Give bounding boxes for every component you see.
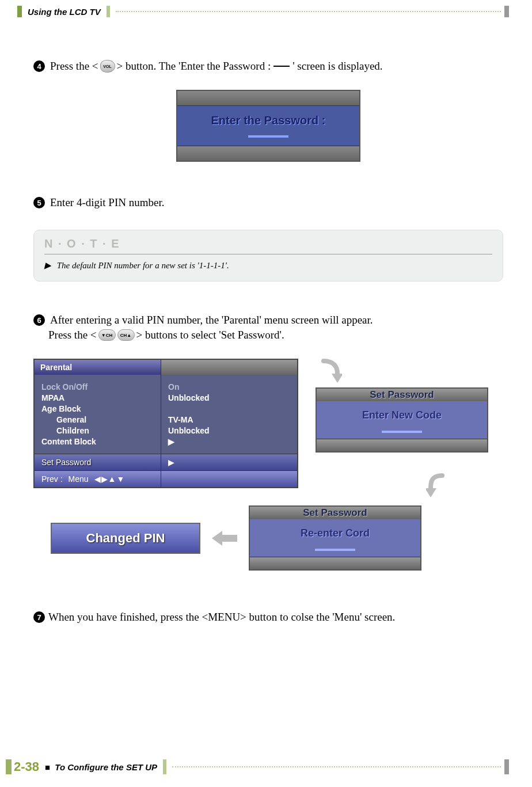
parental-titlebar: Parental <box>35 360 297 375</box>
menu-label: Menu <box>69 474 89 484</box>
val-mpaa: Unblocked <box>168 393 290 402</box>
osd-sp1-label: Enter New Code <box>317 409 487 421</box>
parental-prevbar: Prev : Menu ◀▶▲▼ <box>35 470 297 487</box>
osd-set-password-1: Set Password Enter New Code <box>316 387 488 453</box>
step-5: 5 Enter 4-digit PIN number. <box>33 196 503 209</box>
note-bullet-icon: ▶ <box>44 261 51 270</box>
step-7-number: 7 <box>33 611 45 623</box>
step-4: 4 Press the < VOL > button. The 'Enter t… <box>33 60 503 73</box>
osd-bottom-bar <box>177 146 359 161</box>
val-children: Unblocked <box>168 426 290 435</box>
note-body-text: The default PIN number for a new set is … <box>57 261 229 270</box>
footer-tick <box>163 759 166 774</box>
mi-age: Age Block <box>41 404 154 413</box>
menus-flow-row-1: Parental Lock On/Off MPAA Age Block Gene… <box>33 359 503 488</box>
parental-menu: Parental Lock On/Off MPAA Age Block Gene… <box>33 359 298 488</box>
header-dots <box>116 11 501 12</box>
osd-enter-password: Enter the Password : <box>176 90 360 162</box>
step-6-line1: After entering a valid PIN number, the '… <box>50 314 373 326</box>
left-arrow-icon <box>212 530 237 547</box>
osd-sp2-slot <box>315 549 355 551</box>
prev-label: Prev : <box>41 474 63 484</box>
page-footer: 2-38 ■ To Configure the SET UP <box>0 759 532 774</box>
flow-right-col: Set Password Enter New Code <box>316 359 488 453</box>
val-setpwd: ▶ <box>161 454 297 470</box>
step-6: 6 After entering a valid PIN number, the… <box>33 314 503 341</box>
osd-set-password-2: Set Password Re-enter Cord <box>249 505 421 571</box>
header-end <box>504 6 509 17</box>
mi-content: Content Block <box>41 437 154 446</box>
blank-dash-icon <box>273 66 290 67</box>
osd-sp1-foot <box>317 439 487 451</box>
mi-general: General <box>41 415 154 424</box>
val-lock: On <box>168 382 290 391</box>
ch-up-icon: CH▲ <box>117 329 135 341</box>
step-5-number: 5 <box>33 197 45 208</box>
osd-sp1-slot <box>382 431 422 433</box>
footer-section: ■ To Configure the SET UP <box>45 762 157 772</box>
curved-arrow-icon-2 <box>426 473 447 499</box>
header-tick <box>107 6 110 17</box>
page-header: Using the LCD TV <box>17 6 509 17</box>
section-title: Using the LCD TV <box>22 7 107 17</box>
footer-section-text: To Configure the SET UP <box>55 762 157 772</box>
parental-title: Parental <box>35 360 161 375</box>
footer-square-icon: ■ <box>45 762 50 772</box>
val-age-blank <box>168 404 290 413</box>
step-5-text: Enter 4-digit PIN number. <box>50 196 164 209</box>
step-6-line2a: Press the < <box>48 329 97 341</box>
mi-lock: Lock On/Off <box>41 382 154 391</box>
mi-setpwd-row: Set Password ▶ <box>35 454 297 470</box>
osd-input-slot <box>248 135 288 138</box>
menus-flow-row-2: Changed PIN Set Password Re-enter Cord <box>33 505 503 571</box>
nav-arrows-icon: ◀▶▲▼ <box>94 474 126 484</box>
svg-marker-1 <box>212 531 237 546</box>
mi-mpaa: MPAA <box>41 393 154 402</box>
changed-pin-banner: Changed PIN <box>51 523 200 554</box>
osd-sp2-title: Set Password <box>250 507 420 519</box>
svg-marker-2 <box>426 488 436 497</box>
step-6-number: 6 <box>33 314 45 326</box>
note-header: N · O · T · E <box>44 237 492 254</box>
footer-accent <box>6 759 12 774</box>
vol-up-icon: VOL <box>100 60 115 73</box>
osd-sp2-foot <box>250 557 420 569</box>
step-4-number: 4 <box>33 60 45 72</box>
step-4-text-c: ' screen is displayed. <box>292 60 382 73</box>
step-6-line2b: > buttons to select 'Set Password'. <box>136 329 284 341</box>
osd-enter-label: Enter the Password : <box>177 114 359 127</box>
val-content: ▶ <box>168 437 290 446</box>
svg-marker-0 <box>332 374 342 383</box>
step-4-text-a: Press the < <box>50 60 98 73</box>
osd-sp1-title: Set Password <box>317 389 487 401</box>
header-accent <box>17 6 22 17</box>
step-7-text: When you have finished, press the <MENU>… <box>48 611 395 623</box>
curved-arrow-icon <box>321 359 342 384</box>
step-7: 7 When you have finished, press the <MEN… <box>33 611 503 623</box>
footer-dots <box>172 766 501 767</box>
osd-sp2-label: Re-enter Cord <box>250 527 420 539</box>
val-general: TV-MA <box>168 415 290 424</box>
mi-setpwd: Set Password <box>35 454 161 470</box>
page-content: 4 Press the < VOL > button. The 'Enter t… <box>17 60 509 623</box>
page-number: 2-38 <box>14 759 39 774</box>
footer-end <box>504 759 509 774</box>
ch-down-icon: ▼CH <box>98 329 116 341</box>
note-box: N · O · T · E ▶ The default PIN number f… <box>33 230 503 282</box>
step-4-text-b: > button. The 'Enter the Password : <box>117 60 271 73</box>
mi-children: Children <box>41 426 154 435</box>
osd-top-bar <box>177 91 359 106</box>
